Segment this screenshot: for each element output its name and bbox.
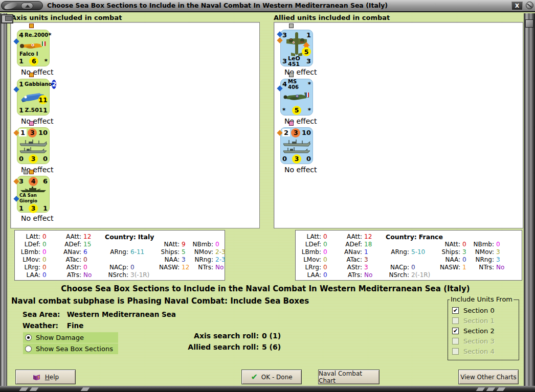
- stat-ntrs: NTrs:No: [472, 264, 504, 271]
- checkbox-section-1: Section 1: [452, 315, 519, 326]
- unit-re2000-falco: 4 Re.2000 * Falco: [17, 24, 73, 76]
- unit-name: Falco I: [18, 51, 48, 57]
- stat-country: Country:France: [383, 233, 472, 241]
- unit-range-badge: 5: [292, 106, 301, 115]
- unit-orange-badge: 3: [28, 128, 37, 137]
- stat-lbmb: LBmb:0: [300, 248, 340, 256]
- frame-slash-decoration: [81, 387, 90, 391]
- stat-ntrs: NTrs:No: [191, 264, 224, 271]
- view-other-charts-button[interactable]: View Other Charts: [458, 370, 519, 384]
- stat-nrng: NRng:3: [472, 256, 504, 264]
- left-window-frame: [0, 13, 7, 386]
- unit-value: 0: [306, 155, 311, 163]
- unit-counter[interactable]: 1 Gabbiano 2 11 1: [17, 79, 50, 116]
- unit-axis-convoy: 1 3 10: [17, 121, 73, 174]
- unit-value: *: [282, 107, 285, 114]
- unit-value: 3: [282, 31, 287, 39]
- window-menu-ellipse-icon: [4, 1, 18, 10]
- checkbox-icon: [452, 338, 459, 344]
- stat-nasw: NASW:12: [151, 264, 191, 271]
- allied-stats-panel: LAtt:0 AAtt:12 Country:France LDef:0 ADe…: [295, 230, 522, 281]
- stat-nrng: NRng:2-3: [191, 256, 224, 264]
- unit-type-name: Re.2000: [24, 32, 48, 38]
- unit-range-badge: 3: [29, 154, 38, 164]
- checkbox-section-0[interactable]: ✔ Section 0: [452, 305, 519, 315]
- stat-atac: ATac:0: [59, 256, 102, 264]
- stat-country: Country:Italy: [102, 233, 191, 241]
- unit-value: 10: [38, 129, 48, 136]
- frame-slash-decoration: [476, 387, 485, 391]
- axis-units-panel: 4 Re.2000 * Falco: [10, 22, 260, 228]
- gray-square-marker-icon: [24, 170, 28, 174]
- unit-value: 1: [19, 57, 24, 65]
- checkbox-icon: [452, 317, 459, 324]
- unit-counter[interactable]: 2 3 10: [280, 127, 313, 164]
- unit-orange-badge: 4: [29, 177, 38, 186]
- stat-nasw: NASW:1: [432, 264, 472, 271]
- ok-done-button[interactable]: ✔ OK - Done: [241, 370, 302, 384]
- unit-value: 2: [282, 129, 290, 136]
- unit-value: 3: [282, 57, 287, 65]
- unit-counter[interactable]: 3 1 5 3 LeO 451 3: [280, 30, 313, 66]
- checkbox-icon[interactable]: ✔: [452, 328, 459, 334]
- unit-value: 10: [302, 129, 311, 136]
- include-units-group: Include Units From ✔ Section 0 Section 1…: [448, 299, 519, 360]
- stat-natt: NAtt:0: [432, 241, 472, 248]
- scrollbar-thumb[interactable]: [525, 19, 533, 28]
- unit-range-badge: 11: [38, 95, 48, 104]
- screw-decoration-icon: [526, 2, 533, 9]
- fighter-aircraft-icon: [282, 88, 311, 106]
- unit-range-badge: 5: [302, 47, 311, 56]
- checkbox-section-2[interactable]: ✔ Section 2: [452, 326, 519, 336]
- unit-ms406: 4 MS 406 *: [280, 73, 337, 125]
- cruiser-ship-icon: [18, 186, 48, 193]
- unit-value: *: [48, 32, 51, 39]
- unit-counter[interactable]: 1 3 10: [17, 127, 50, 164]
- checkbox-icon[interactable]: ✔: [452, 307, 459, 314]
- unit-status: No effect: [284, 166, 337, 174]
- stat-nacp: NACp:0: [102, 264, 151, 271]
- radio-show-damage[interactable]: Show Damage: [23, 332, 118, 343]
- stat-lmov: LMov:0: [300, 256, 340, 264]
- right-scrollbar[interactable]: [524, 13, 535, 386]
- unit-counter[interactable]: 4 Re.2000 * Falco: [17, 30, 50, 66]
- convoy-ships-icon: [282, 137, 311, 154]
- fighter-aircraft-icon: [18, 39, 48, 51]
- unit-value: 4: [282, 80, 287, 88]
- unit-name: Z.501: [24, 107, 42, 113]
- stat-atrs: ATrs:No: [59, 271, 102, 279]
- stat-ships: Ships:3: [432, 248, 472, 256]
- unit-blue-badge: 2: [52, 80, 56, 89]
- help-button[interactable]: ? Help: [15, 370, 76, 384]
- window-minimize-icon[interactable]: [21, 3, 33, 9]
- stat-lbmb: LBmb:0: [19, 248, 59, 256]
- stat-naa: NAA:0: [432, 256, 472, 264]
- stat-nsrch: NSrch:2(-1R): [383, 271, 432, 279]
- window-menu-icon[interactable]: [1, 1, 43, 10]
- radio-button-icon[interactable]: [25, 345, 32, 352]
- stat-astr: AStr:0: [59, 264, 102, 271]
- unit-name: LeO 451: [287, 56, 306, 67]
- radio-button-icon[interactable]: [25, 334, 32, 341]
- stat-nmov: NMov:2-3: [191, 248, 224, 256]
- stat-nmov: NMov:3: [472, 248, 504, 256]
- unit-counter[interactable]: 4 MS 406 *: [280, 79, 313, 116]
- radio-show-sea-box-sections[interactable]: Show Sea Box Sections: [23, 343, 118, 354]
- unit-value: 3: [306, 57, 311, 65]
- allied-units-panel: 3 1 5 3 LeO 451 3 No effect: [274, 22, 523, 228]
- close-icon[interactable]: X: [511, 2, 523, 10]
- unit-allied-convoy: 2 3 10: [280, 121, 337, 174]
- naval-combat-chart-button[interactable]: Naval Combat Chart: [318, 370, 380, 384]
- sea-area-label: Sea Area:: [23, 310, 64, 318]
- subphase-text: Naval combat subphase is Phasing Naval C…: [11, 296, 309, 306]
- stat-aatt: AAtt:12: [59, 233, 102, 241]
- unit-counter[interactable]: 3 4 6 CA San Giorgio: [17, 176, 50, 213]
- stat-laa: LAA:0: [19, 271, 59, 279]
- unit-range-badge: 6: [29, 57, 38, 66]
- frame-slash-decoration: [19, 387, 29, 391]
- stat-laa: LAA:0: [300, 271, 340, 279]
- weather-value: Fine: [67, 321, 84, 330]
- sea-area-value: Western Mediterranean Sea: [67, 310, 176, 318]
- unit-value: 0: [282, 155, 287, 163]
- weather-label: Weather:: [23, 321, 64, 330]
